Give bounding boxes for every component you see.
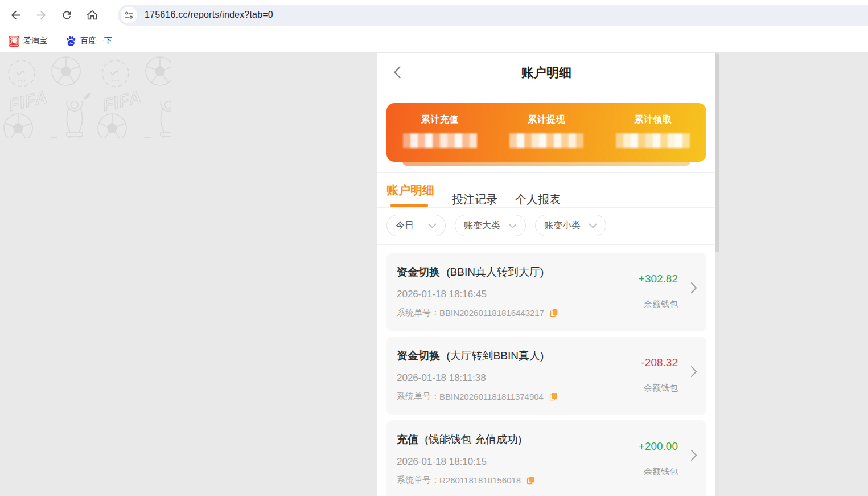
panel-header: 账户明细 [377,53,715,92]
transaction-amount: +200.00 [639,440,678,453]
page-background: FIFA [0,53,868,496]
page-title: 账户明细 [377,53,715,92]
transaction-type: 资金切换 [397,350,440,362]
filter-subcategory-dropdown[interactable]: 账变小类 [535,215,606,236]
chevron-right-icon[interactable] [690,366,697,380]
transaction-row[interactable]: 资金切换 (BBIN真人转到大厅) 2026-01-18 18:16:45 系统… [386,253,706,331]
tabs: 账户明细 投注记录 个人报表 [386,173,706,207]
transaction-amount: -208.32 [641,356,678,369]
transaction-desc: (大厅转到BBIN真人) [446,350,544,362]
tab-bet-records[interactable]: 投注记录 [452,192,497,207]
bookmarks-bar: 淘 爱淘宝 du 百度一下 [0,30,868,53]
order-no: BBIN202601181811374904 [439,392,544,401]
copy-icon[interactable] [549,308,558,318]
transaction-desc: (钱能钱包 充值成功) [425,433,521,445]
forward-icon[interactable] [31,5,51,24]
order-no: BBIN202601181816443217 [439,308,544,318]
hidden-value-mosaic [615,133,690,148]
transaction-datetime: 2026-01-18 18:16:45 [397,289,696,300]
bookmark-label: 百度一下 [80,36,112,46]
bookmark-baidu[interactable]: du 百度一下 [65,36,112,47]
order-no-label: 系统单号： [397,391,439,402]
active-tab-underline [390,204,428,207]
back-chevron-icon[interactable] [390,65,405,80]
transaction-list: 资金切换 (BBIN真人转到大厅) 2026-01-18 18:16:45 系统… [386,245,706,496]
fifa-pattern-background: FIFA [0,53,171,138]
copy-icon[interactable] [549,392,558,401]
tab-account-detail[interactable]: 账户明细 [386,182,434,207]
transaction-type: 充值 [397,433,418,445]
transaction-datetime: 2026-01-18 18:10:15 [397,456,696,468]
account-detail-panel: 账户明细 累计充值 累计提现 累计领取 [377,53,715,496]
transaction-datetime: 2026-01-18 18:11:38 [397,372,696,384]
transaction-row[interactable]: 资金切换 (大厅转到BBIN真人) 2026-01-18 18:11:38 系统… [386,337,706,415]
summary-card-shadow [402,162,690,166]
filter-row: 今日 账变大类 账变小类 [386,208,706,244]
hidden-value-mosaic [509,133,584,148]
bookmark-label: 爱淘宝 [23,36,47,46]
address-bar[interactable]: 175616.cc/reports/index?tab=0 [118,5,868,26]
baidu-icon: du [65,36,76,47]
back-icon[interactable] [6,5,25,24]
copy-icon[interactable] [526,475,535,485]
transaction-row[interactable]: 充值 (钱能钱包 充值成功) 2026-01-18 18:10:15 系统单号：… [386,420,706,496]
transaction-amount: +302.82 [639,273,678,285]
reload-icon[interactable] [57,5,76,24]
wallet-label: 余额钱包 [644,466,678,477]
summary-total-deposit: 累计充值 [386,103,493,162]
svg-text:du: du [69,40,73,44]
scrollbar-thumb[interactable] [715,53,719,252]
tab-personal-report[interactable]: 个人报表 [515,192,561,207]
browser-toolbar: 175616.cc/reports/index?tab=0 [0,0,868,30]
filter-date-dropdown[interactable]: 今日 [386,215,446,236]
transaction-desc: (BBIN真人转到大厅) [446,266,544,278]
filter-category-dropdown[interactable]: 账变大类 [455,215,526,236]
summary-total-bonus: 累计领取 [600,103,706,162]
chevron-down-icon [428,223,437,228]
order-no-label: 系统单号： [397,308,439,318]
wallet-label: 余额钱包 [644,299,678,310]
hidden-value-mosaic [402,133,478,148]
order-no: R2601181810156018 [439,475,521,485]
chevron-down-icon [589,223,597,228]
chevron-right-icon[interactable] [690,282,697,296]
url-text[interactable]: 175616.cc/reports/index?tab=0 [145,10,273,20]
home-icon[interactable] [83,5,102,24]
summary-card: 累计充值 累计提现 累计领取 [386,103,706,162]
order-no-label: 系统单号： [397,475,439,486]
panel-scrollbar[interactable] [715,53,719,496]
chevron-right-icon[interactable] [690,449,697,464]
transaction-type: 资金切换 [397,266,440,278]
bookmark-taobao[interactable]: 淘 爱淘宝 [9,36,47,47]
chevron-down-icon [508,223,517,228]
taobao-icon: 淘 [9,36,19,47]
wallet-label: 余额钱包 [644,383,678,393]
site-settings-icon[interactable] [121,7,137,23]
summary-total-withdraw: 累计提现 [493,103,599,162]
